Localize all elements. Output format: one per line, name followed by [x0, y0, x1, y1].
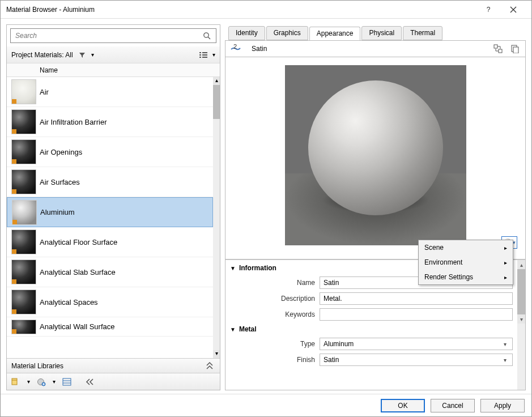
material-row[interactable]: Air Surfaces [7, 167, 213, 197]
collapse-icon: ▼ [230, 326, 236, 333]
search-input[interactable] [10, 28, 216, 43]
material-swatch-icon [11, 259, 36, 284]
svg-rect-12 [499, 49, 502, 53]
view-mode-dropdown-icon[interactable]: ▾ [212, 52, 215, 58]
material-preview [285, 65, 466, 245]
material-name: Aluminium [40, 208, 75, 216]
material-row[interactable]: Air [7, 77, 213, 107]
input-description[interactable]: Metal. [320, 292, 513, 305]
right-panel: Identity Graphics Appearance Physical Th… [225, 24, 526, 390]
filter-bar: Project Materials: All ▾ ▾ [7, 46, 220, 63]
collapse-panel-icon[interactable] [84, 376, 95, 388]
search-field[interactable] [14, 31, 201, 40]
filter-icon[interactable] [76, 49, 88, 61]
chevron-down-icon: ▾ [501, 341, 509, 347]
svg-rect-11 [494, 45, 497, 48]
title-bar: Material Browser - Aluminium ? [1, 1, 531, 19]
material-swatch-icon [11, 229, 36, 254]
svg-point-0 [204, 33, 208, 37]
scroll-up-icon[interactable]: ▴ [517, 260, 525, 269]
cancel-button[interactable]: Cancel [431, 399, 475, 412]
svg-rect-10 [63, 378, 71, 385]
svg-rect-6 [202, 57, 207, 58]
tab-thermal[interactable]: Thermal [403, 26, 442, 40]
list-scrollbar[interactable]: ▴ ▾ [213, 77, 220, 358]
section-metal-header[interactable]: ▼ Metal [230, 322, 513, 336]
help-button[interactable]: ? [476, 1, 501, 18]
material-name: Air Infiltration Barrier [40, 118, 107, 126]
menu-environment[interactable]: Environment▸ [419, 255, 513, 270]
svg-rect-2 [202, 52, 207, 53]
tab-graphics[interactable]: Graphics [266, 26, 308, 40]
scroll-down-icon[interactable]: ▾ [517, 314, 525, 324]
material-name: Analytical Slab Surface [40, 268, 116, 276]
library-menu-icon[interactable] [10, 376, 22, 388]
material-name: Air [40, 88, 49, 96]
material-list: Air Air Infiltration Barrier Air Opening… [7, 77, 220, 358]
material-row[interactable]: Analytical Slab Surface [7, 257, 213, 287]
new-material-dropdown-icon[interactable]: ▾ [53, 378, 56, 385]
tab-physical[interactable]: Physical [361, 26, 402, 40]
replace-asset-icon[interactable] [492, 43, 504, 54]
tab-appearance[interactable]: Appearance [309, 27, 361, 41]
apply-button[interactable]: Apply [480, 399, 525, 412]
material-row[interactable]: Air Infiltration Barrier [7, 107, 213, 137]
window-title: Material Browser - Aluminium [6, 6, 476, 14]
submenu-arrow-icon: ▸ [504, 245, 507, 251]
duplicate-asset-icon[interactable] [509, 43, 521, 54]
properties-scrollbar[interactable]: ▴ ▾ [517, 260, 525, 390]
material-swatch-icon [11, 290, 36, 314]
material-row-selected[interactable]: Aluminium [7, 197, 213, 227]
filter-dropdown-icon[interactable]: ▾ [91, 52, 94, 58]
library-menu-dropdown-icon[interactable]: ▾ [27, 378, 30, 385]
tab-identity[interactable]: Identity [228, 26, 265, 40]
expand-libraries-icon[interactable] [204, 360, 215, 372]
search-icon[interactable] [201, 30, 212, 41]
material-swatch-icon [11, 109, 36, 134]
dialog-footer: OK Cancel Apply [1, 394, 531, 416]
material-row[interactable]: Analytical Wall Surface [7, 317, 213, 337]
select-type[interactable]: Aluminum▾ [320, 338, 513, 350]
material-libraries-label: Material Libraries [11, 362, 63, 370]
svg-rect-14 [513, 47, 518, 53]
scroll-up-icon[interactable]: ▴ [213, 77, 220, 85]
list-mode-icon[interactable] [61, 376, 73, 388]
material-row[interactable]: Analytical Spaces [7, 287, 213, 317]
asset-name: Satin [252, 45, 267, 53]
view-mode-icon[interactable] [198, 49, 209, 61]
new-material-icon[interactable] [36, 376, 47, 388]
scroll-thumb[interactable] [213, 85, 220, 119]
svg-rect-7 [12, 378, 17, 385]
label-type: Type [230, 340, 315, 348]
material-browser-window: Material Browser - Aluminium ? Project M… [0, 0, 532, 417]
svg-rect-1 [199, 52, 201, 53]
menu-scene[interactable]: Scene▸ [419, 240, 513, 255]
asset-uses-count: 2 [233, 43, 237, 50]
material-row[interactable]: Analytical Floor Surface [7, 227, 213, 257]
chevron-down-icon: ▾ [501, 357, 509, 363]
asset-header: 2 Satin [225, 40, 526, 57]
close-icon[interactable] [501, 1, 526, 18]
material-swatch-icon [11, 79, 36, 104]
preview-panel: ▾ [225, 57, 526, 259]
svg-rect-5 [199, 57, 201, 58]
list-header-name[interactable]: Name [7, 63, 220, 77]
material-swatch-icon [12, 200, 37, 225]
material-swatch-icon [11, 139, 36, 164]
scroll-down-icon[interactable]: ▾ [213, 350, 220, 358]
ok-button[interactable]: OK [381, 399, 425, 412]
material-row[interactable]: Air Openings [7, 137, 213, 167]
material-name: Analytical Wall Surface [40, 322, 114, 331]
menu-render-settings[interactable]: Render Settings▸ [419, 270, 513, 284]
input-keywords[interactable] [320, 308, 513, 321]
material-name: Analytical Floor Surface [40, 238, 117, 246]
select-finish[interactable]: Satin▾ [320, 354, 513, 366]
material-name: Air Openings [40, 148, 82, 156]
svg-rect-4 [202, 54, 207, 56]
scroll-thumb[interactable] [517, 269, 525, 314]
material-name: Analytical Spaces [40, 298, 98, 307]
left-panel: Project Materials: All ▾ ▾ Name Air [6, 24, 220, 390]
preview-context-menu: Scene▸ Environment▸ Render Settings▸ [418, 240, 513, 285]
material-libraries-bar[interactable]: Material Libraries [7, 358, 220, 373]
tab-strip: Identity Graphics Appearance Physical Th… [225, 24, 526, 40]
